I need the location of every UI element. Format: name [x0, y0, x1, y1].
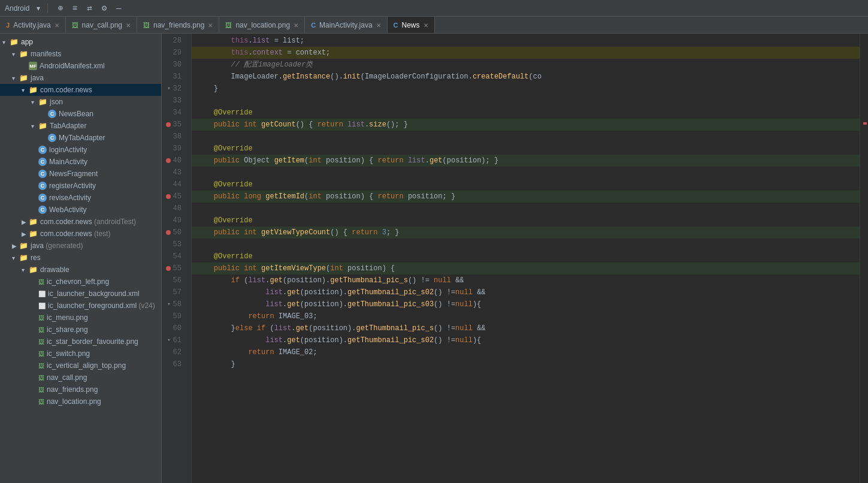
line-num-56: 56 — [173, 274, 182, 286]
tree-item-androidmanifest[interactable]: MF AndroidManifest.xml — [0, 60, 161, 72]
breakpoint-50[interactable] — [166, 230, 171, 235]
tree-label-manifests: manifests — [31, 50, 61, 58]
tree-label-app: app — [21, 38, 33, 46]
class-icon-mytabadapter: C — [48, 134, 56, 142]
code-line-49: @Override — [192, 215, 860, 227]
toolbar-icon-list[interactable]: ≡ — [70, 2, 80, 14]
toolbar: Android ▾ ⊕ ≡ ⇄ ⚙ — — [0, 0, 868, 17]
folder-icon-com-coder-news: 📁 — [29, 86, 38, 94]
fold-icon-32[interactable]: ▾ — [167, 83, 170, 95]
toolbar-icon-settings[interactable]: ⚙ — [99, 2, 109, 14]
tab-nav-call[interactable]: 🖼 nav_call.png ✕ — [66, 17, 137, 34]
tree-item-ic-vertical[interactable]: 🖼 ic_vertical_align_top.png — [0, 360, 161, 372]
tab-mainactivity[interactable]: C MainActivity.java ✕ — [305, 17, 387, 34]
line-num-48: 48 — [173, 203, 182, 215]
tree-item-androidtest[interactable]: ▶ 📁 com.coder.news (androidTest) — [0, 216, 161, 228]
toolbar-icon-minimize[interactable]: — — [114, 2, 123, 14]
line-num-44: 44 — [173, 179, 182, 191]
tree-label-ic-launcher-fg: ic_launcher_foreground.xml (v24) — [48, 301, 155, 310]
tab-news-label: News — [402, 21, 420, 29]
tree-item-com-coder-news[interactable]: ▾ 📁 com.coder.news — [0, 84, 161, 96]
tree-label-mainactivity: MainActivity — [49, 158, 87, 166]
tab-nav-friends-close[interactable]: ✕ — [208, 22, 213, 29]
tree-item-java[interactable]: ▾ 📁 java — [0, 72, 161, 84]
fold-icon-58[interactable]: ▾ — [167, 298, 170, 310]
tab-activity-java[interactable]: J Activity.java ✕ — [0, 17, 66, 34]
code-line-56: if (list.get(position).getThumbnail_pic_… — [192, 274, 860, 286]
tree-label-mytabadapter: MyTabAdapter — [59, 134, 105, 142]
tab-nav-call-close[interactable]: ✕ — [126, 22, 131, 29]
tree-label-loginactivity: loginActivity — [49, 146, 87, 154]
tree-arrow-java: ▾ — [12, 75, 19, 81]
tab-png-icon3: 🖼 — [225, 22, 232, 29]
tree-arrow-androidtest: ▶ — [22, 219, 29, 225]
tree-item-ic-switch[interactable]: 🖼 ic_switch.png — [0, 348, 161, 360]
code-body[interactable]: this.list = list; this.context = context… — [192, 34, 860, 483]
tree-item-res[interactable]: ▾ 📁 res — [0, 252, 161, 264]
tree-item-test[interactable]: ▶ 📁 com.coder.news (test) — [0, 228, 161, 240]
tree-arrow-drawable: ▾ — [22, 267, 29, 273]
tree-arrow-json: ▾ — [31, 99, 38, 105]
folder-icon-test: 📁 — [29, 230, 38, 238]
tab-nav-friends[interactable]: 🖼 nav_friends.png ✕ — [137, 17, 219, 34]
tree-item-mytabadapter[interactable]: C MyTabAdapter — [0, 132, 161, 144]
breakpoint-55[interactable] — [166, 266, 171, 271]
tree-item-ic-menu[interactable]: 🖼 ic_menu.png — [0, 312, 161, 324]
tree-item-nav-location[interactable]: 🖼 nav_location.png — [0, 396, 161, 407]
tab-activity-close[interactable]: ✕ — [55, 22, 59, 29]
tree-item-java-generated[interactable]: ▶ 📁 java (generated) — [0, 240, 161, 252]
tree-item-app[interactable]: ▾ 📁 app — [0, 36, 161, 48]
toolbar-icon-add[interactable]: ⊕ — [55, 2, 65, 14]
project-dropdown[interactable]: ▾ — [37, 4, 40, 13]
tree-item-nav-friends[interactable]: 🖼 nav_friends.png — [0, 384, 161, 396]
tree-item-ic-launcher-bg[interactable]: ⬜ ic_launcher_background.xml — [0, 288, 161, 300]
breakpoint-35[interactable] — [166, 122, 171, 127]
code-line-35: public int getCount() { return list.size… — [192, 119, 860, 131]
breakpoint-40[interactable] — [166, 158, 171, 163]
line-num-55: 55 — [173, 262, 182, 274]
folder-icon-app: 📁 — [10, 38, 19, 46]
tree-item-ic-chevron-left[interactable]: 🖼 ic_chevron_left.png — [0, 276, 161, 288]
code-editor[interactable]: 28 29 30 31 ▾32 33 34 35 38 39 40 43 44 … — [162, 34, 868, 483]
png-icon-share: 🖼 — [38, 327, 44, 333]
tab-nav-location-close[interactable]: ✕ — [294, 22, 298, 29]
class-icon-reviseactivity: C — [38, 194, 47, 202]
png-icon-vertical: 🖼 — [38, 363, 44, 369]
code-line-45: public long getItemId(int position) { re… — [192, 191, 860, 203]
tab-nav-location[interactable]: 🖼 nav_location.png ✕ — [219, 17, 305, 34]
tree-item-reviseactivity[interactable]: C reviseActivity — [0, 192, 161, 204]
tree-item-ic-launcher-fg[interactable]: ⬜ ic_launcher_foreground.xml (v24) — [0, 300, 161, 312]
tree-item-registeractivity[interactable]: C registerActivity — [0, 180, 161, 192]
png-icon-nav-call: 🖼 — [38, 375, 44, 381]
line-num-29: 29 — [173, 47, 182, 59]
gutter-marker-1 — [863, 122, 867, 125]
tab-c-icon2: C — [394, 22, 398, 29]
tree-label-drawable: drawable — [40, 265, 69, 274]
tree-item-newsfragment[interactable]: C NewsFragment — [0, 168, 161, 180]
tree-arrow-manifests: ▾ — [12, 51, 19, 58]
tree-item-webactivity[interactable]: C WebActivity — [0, 204, 161, 216]
tree-item-loginactivity[interactable]: C loginActivity — [0, 144, 161, 156]
code-line-39: @Override — [192, 143, 860, 155]
tree-item-tabadapter[interactable]: ▾ 📁 TabAdapter — [0, 120, 161, 132]
tree-item-ic-share[interactable]: 🖼 ic_share.png — [0, 324, 161, 336]
tree-label-java: java — [31, 74, 44, 82]
tab-news-close[interactable]: ✕ — [424, 22, 428, 29]
file-tree: ▾ 📁 app ▾ 📁 manifests MF AndroidManifest… — [0, 34, 162, 483]
toolbar-icon-swap[interactable]: ⇄ — [84, 2, 94, 14]
tree-item-manifests[interactable]: ▾ 📁 manifests — [0, 48, 161, 60]
tree-item-drawable[interactable]: ▾ 📁 drawable — [0, 264, 161, 276]
tree-item-newsbean[interactable]: C NewsBean — [0, 108, 161, 120]
tree-label-ic-launcher-bg: ic_launcher_background.xml — [48, 289, 140, 298]
tree-label-reviseactivity: reviseActivity — [49, 194, 91, 202]
tab-mainactivity-close[interactable]: ✕ — [376, 22, 381, 29]
toolbar-separator — [47, 4, 48, 13]
tab-news[interactable]: C News ✕ — [388, 17, 435, 34]
tree-item-nav-call[interactable]: 🖼 nav_call.png — [0, 372, 161, 384]
tree-item-ic-star[interactable]: 🖼 ic_star_border_favourite.png — [0, 336, 161, 348]
tree-item-mainactivity[interactable]: C MainActivity — [0, 156, 161, 168]
tree-item-json[interactable]: ▾ 📁 json — [0, 96, 161, 108]
breakpoint-45[interactable] — [166, 194, 171, 199]
fold-icon-61[interactable]: ▾ — [167, 334, 170, 346]
tab-nav-call-label: nav_call.png — [82, 21, 122, 29]
